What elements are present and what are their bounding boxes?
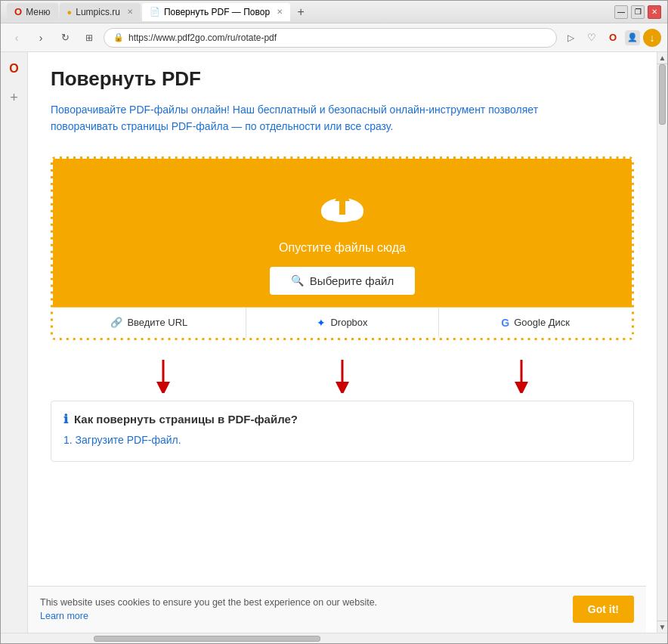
tab-opera-label: Меню bbox=[26, 7, 50, 17]
cloud-upload-icon bbox=[68, 181, 617, 234]
minimize-button[interactable]: — bbox=[614, 5, 628, 19]
googledrive-label: Google Диск bbox=[514, 317, 570, 328]
tab-lumpics-close[interactable]: ✕ bbox=[127, 8, 133, 16]
learn-more-link[interactable]: Learn more bbox=[40, 609, 377, 624]
lock-icon: 🔒 bbox=[113, 33, 124, 42]
dropbox-label: Dropbox bbox=[330, 317, 367, 328]
close-button[interactable]: ✕ bbox=[648, 5, 661, 19]
dropbox-option[interactable]: ✦ Dropbox bbox=[246, 308, 440, 338]
cookie-text: This website uses cookies to ensure you … bbox=[40, 596, 377, 624]
page-subtitle: Поворачивайте PDF-файлы онлайн! Наш бесп… bbox=[51, 101, 580, 135]
googledrive-option[interactable]: G Google Диск bbox=[439, 308, 632, 338]
svg-point-2 bbox=[342, 203, 363, 221]
got-it-button[interactable]: Got it! bbox=[573, 596, 634, 623]
arrow-dropbox bbox=[332, 360, 353, 393]
titlebar: O Меню ● Lumpics.ru ✕ 📄 Повернуть PDF — … bbox=[1, 1, 667, 23]
googledrive-icon: G bbox=[501, 317, 509, 329]
sidebar: O + bbox=[1, 52, 28, 633]
tab-pdf2go-label: Повернуть PDF — Повор bbox=[164, 7, 270, 17]
tab-pdf2go-close[interactable]: ✕ bbox=[277, 8, 283, 16]
sidebar-opera-icon[interactable]: O bbox=[4, 58, 25, 79]
choose-file-label: Выберите файл bbox=[310, 274, 394, 287]
info-header: ℹ Как повернуть страницы в PDF-файле? bbox=[63, 412, 621, 426]
info-header-text: Как повернуть страницы в PDF-файле? bbox=[74, 413, 298, 426]
pdf2go-icon: 📄 bbox=[150, 7, 160, 17]
page-content: Повернуть PDF Поворачивайте PDF-файлы он… bbox=[28, 52, 657, 633]
search-icon[interactable]: O bbox=[604, 29, 622, 47]
arrows-row bbox=[51, 355, 634, 401]
svg-point-1 bbox=[321, 203, 342, 221]
content-area: Повернуть PDF Поворачивайте PDF-файлы он… bbox=[28, 52, 667, 633]
tabs-container: O Меню ● Lumpics.ru ✕ 📄 Повернуть PDF — … bbox=[7, 3, 310, 21]
arrow-googledrive bbox=[511, 360, 532, 393]
cookie-message: This website uses cookies to ensure you … bbox=[40, 597, 377, 608]
send-icon[interactable]: ▷ bbox=[561, 29, 580, 47]
addressbar: ‹ › ↻ ⊞ 🔒 https://www.pdf2go.com/ru/rota… bbox=[1, 23, 667, 52]
choose-file-button[interactable]: 🔍 Выберите файл bbox=[270, 267, 415, 295]
arrow-url bbox=[153, 360, 174, 393]
window-controls: — ❐ ✕ bbox=[614, 5, 661, 19]
scroll-up-button[interactable]: ▲ bbox=[657, 52, 667, 64]
url-bar[interactable]: 🔒 https://www.pdf2go.com/ru/rotate-pdf bbox=[104, 28, 557, 48]
url-icon: 🔗 bbox=[110, 317, 122, 328]
bottom-scrollbar[interactable] bbox=[1, 633, 667, 643]
restore-button[interactable]: ❐ bbox=[631, 5, 645, 19]
heart-icon[interactable]: ♡ bbox=[583, 29, 601, 47]
tab-lumpics[interactable]: ● Lumpics.ru ✕ bbox=[60, 3, 141, 21]
forward-button[interactable]: › bbox=[31, 28, 51, 48]
scroll-track bbox=[657, 64, 667, 621]
cookie-bar: This website uses cookies to ensure you … bbox=[28, 586, 646, 633]
url-option[interactable]: 🔗 Введите URL bbox=[53, 308, 246, 338]
url-text: https://www.pdf2go.com/ru/rotate-pdf bbox=[128, 33, 547, 43]
scroll-thumb[interactable] bbox=[659, 64, 666, 125]
new-tab-button[interactable]: + bbox=[292, 3, 310, 21]
grid-button[interactable]: ⊞ bbox=[79, 28, 99, 48]
page-title: Повернуть PDF bbox=[51, 67, 634, 91]
info-section: ℹ Как повернуть страницы в PDF-файле? 1.… bbox=[51, 401, 634, 462]
tab-lumpics-label: Lumpics.ru bbox=[76, 7, 120, 17]
upload-zone[interactable]: Опустите файлы сюда 🔍 Выберите файл 🔗 Вв… bbox=[51, 156, 634, 340]
sidebar-add-button[interactable]: + bbox=[4, 87, 25, 108]
tab-opera[interactable]: O Меню bbox=[7, 3, 58, 21]
scrollbar[interactable]: ▲ ▼ bbox=[657, 52, 667, 633]
upload-options: 🔗 Введите URL ✦ Dropbox G Google Диск bbox=[53, 307, 632, 338]
scroll-down-button[interactable]: ▼ bbox=[657, 621, 667, 633]
back-button[interactable]: ‹ bbox=[7, 28, 26, 48]
downloads-button[interactable]: ↓ bbox=[643, 29, 661, 47]
info-icon: ℹ bbox=[63, 412, 68, 426]
reload-button[interactable]: ↻ bbox=[55, 28, 75, 48]
url-label: Введите URL bbox=[127, 317, 187, 328]
browser-body: O + Повернуть PDF Поворачивайте PDF-файл… bbox=[1, 52, 667, 633]
drop-label: Опустите файлы сюда bbox=[68, 241, 617, 255]
lumpics-icon: ● bbox=[67, 8, 73, 17]
search-icon: 🔍 bbox=[291, 274, 304, 286]
dropbox-icon: ✦ bbox=[317, 317, 326, 329]
addressbar-right: ▷ ♡ O 👤 ↓ bbox=[561, 29, 661, 47]
tab-pdf2go[interactable]: 📄 Повернуть PDF — Повор ✕ bbox=[142, 3, 290, 21]
info-step1: 1. Загрузите PDF-файл. bbox=[63, 434, 621, 446]
user-icon[interactable]: 👤 bbox=[625, 30, 640, 45]
opera-icon: O bbox=[14, 6, 22, 17]
bottom-scroll-thumb[interactable] bbox=[94, 636, 320, 642]
